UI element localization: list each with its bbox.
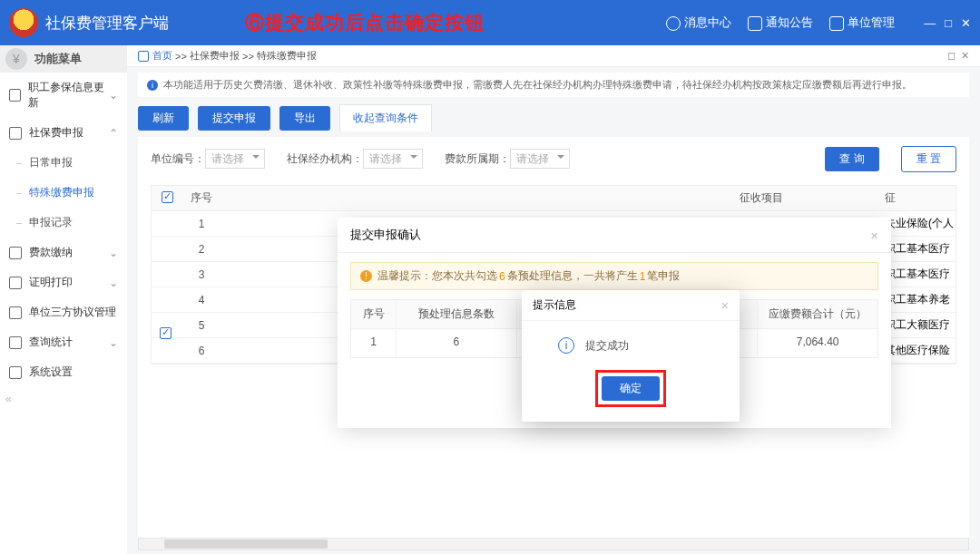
filter-org-label: 社保经办机构： [287, 152, 363, 165]
filter-row: 单位编号：请选择 社保经办机构：请选择 费款所属期：请选择 查 询 重 置 [151, 146, 956, 172]
annotation-highlight: 确定 [595, 370, 666, 407]
caret-icon [252, 155, 260, 162]
row-group-checkbox[interactable] [160, 327, 172, 339]
sidebar-menu: 职工参保信息更新⌄ 社保费申报⌃ 日常申报 特殊缴费申报 申报记录 费款缴纳⌄ … [0, 73, 127, 411]
alert-message: 提交成功 [585, 338, 629, 354]
ccol-idx: 序号 [351, 300, 397, 328]
ccol-count: 预处理信息条数 [397, 300, 517, 328]
chevron-down-icon: ⌄ [109, 336, 118, 349]
period-select[interactable]: 请选择 [510, 149, 570, 169]
refresh-button[interactable]: 刷新 [138, 106, 189, 131]
close-icon[interactable]: ✕ [961, 16, 971, 30]
doc-icon [9, 89, 21, 102]
warning-icon: ! [360, 270, 372, 282]
info-circle-icon: i [558, 337, 574, 354]
sidebar-item-declare[interactable]: 社保费申报⌃ [0, 118, 127, 148]
crumb-a[interactable]: 社保费申报 [190, 49, 240, 63]
sidebar-item-daily[interactable]: 日常申报 [0, 148, 127, 178]
notice-text: 本功能适用于历史欠费清缴、退休补收、政策性补缴等特殊缴费申报，需缴费人先在社保经… [163, 78, 912, 92]
envelope-icon [748, 16, 762, 31]
confirm-title: 提交申报确认 [350, 227, 421, 243]
confirm-warning: ! 温馨提示：您本次共勾选 6 条预处理信息，一共将产生 1 笔申报 [350, 262, 878, 290]
app-title: 社保费管理客户端 [45, 13, 169, 34]
info-notice: i 本功能适用于历史欠费清缴、退休补收、政策性补缴等特殊缴费申报，需缴费人先在社… [138, 73, 969, 97]
gear-icon [9, 366, 22, 379]
alert-close-icon[interactable]: × [721, 298, 729, 313]
sidebar-item-print[interactable]: 证明打印⌄ [0, 267, 127, 297]
collapse-filter-tab[interactable]: 收起查询条件 [339, 104, 432, 131]
confirm-title-bar: 提交申报确认 × [338, 218, 891, 253]
chevron-down-icon: ⌄ [109, 277, 118, 289]
filter-unit-label: 单位编号： [151, 152, 205, 165]
annotation-caption: ⑥提交成功后点击确定按钮 [245, 10, 485, 35]
crumb-b: 特殊缴费申报 [257, 49, 317, 63]
link-unit-mgmt[interactable]: 单位管理 [829, 15, 895, 31]
confirm-close-icon[interactable]: × [870, 228, 878, 243]
col-last: 征 [877, 190, 956, 206]
submit-declare-button[interactable]: 提交申报 [198, 106, 270, 131]
wallet-icon [9, 247, 22, 259]
crumb-home[interactable]: 首页 [152, 49, 172, 63]
unit-select[interactable]: 请选择 [205, 149, 265, 169]
alert-title-bar: 提示信息 × [522, 290, 740, 321]
action-bar: 刷新 提交申报 导出 收起查询条件 [138, 104, 969, 131]
org-select[interactable]: 请选择 [363, 149, 423, 169]
sidebar-title: 功能菜单 [34, 51, 82, 67]
sidebar-item-employee-info[interactable]: 职工参保信息更新⌄ [0, 73, 127, 118]
window-controls: — □ ✕ [924, 16, 971, 30]
sidebar-collapse[interactable]: « [0, 387, 127, 411]
sidebar-item-records[interactable]: 申报记录 [0, 208, 127, 238]
tab-detach-icon[interactable]: ◻ [947, 50, 956, 62]
top-right-links: 消息中心 通知公告 单位管理 — □ ✕ [666, 15, 971, 31]
cell-index: 5 [182, 319, 220, 332]
chart-icon [9, 336, 22, 349]
grid-header: 序号 征收项目 征 [152, 186, 956, 211]
alert-title: 提示信息 [533, 297, 576, 313]
sidebar-item-query[interactable]: 查询统计⌄ [0, 327, 127, 357]
query-button[interactable]: 查 询 [825, 147, 878, 171]
ccol-total: 应缴费额合计（元） [758, 300, 877, 328]
cell-index: 6 [182, 345, 220, 357]
sidebar-header: ¥ 功能菜单 [0, 45, 127, 73]
sidebar-item-tripartite[interactable]: 单位三方协议管理 [0, 297, 127, 327]
reset-button[interactable]: 重 置 [901, 146, 956, 172]
info-icon: i [147, 80, 158, 91]
form-icon [9, 127, 22, 140]
sidebar-item-payment[interactable]: 费款缴纳⌄ [0, 238, 127, 267]
home-icon [138, 51, 149, 62]
chevron-down-icon: ⌄ [109, 247, 118, 259]
horizontal-scrollbar[interactable] [138, 538, 969, 550]
select-all-checkbox[interactable] [162, 191, 173, 203]
sidebar-item-settings[interactable]: 系统设置 [0, 357, 127, 387]
cell-index: 2 [182, 243, 220, 256]
cell-index: 4 [182, 294, 220, 306]
scrollbar-thumb[interactable] [164, 539, 328, 549]
cell-index: 1 [182, 218, 220, 230]
alert-ok-button[interactable]: 确定 [602, 376, 660, 401]
app-emblem-icon [9, 8, 38, 37]
link-msg-center[interactable]: 消息中心 [666, 15, 731, 31]
col-item: 征收项目 [732, 190, 877, 206]
chevron-down-icon: ⌄ [109, 89, 118, 102]
export-button[interactable]: 导出 [279, 106, 330, 131]
alert-modal: 提示信息 × i 提交成功 确定 [522, 290, 740, 422]
caret-icon [557, 155, 564, 162]
sidebar-item-special[interactable]: 特殊缴费申报 [0, 178, 127, 208]
filter-period-label: 费款所属期： [445, 152, 510, 165]
agreement-icon [9, 306, 22, 319]
col-index: 序号 [182, 190, 220, 206]
breadcrumb: 首页 >> 社保费申报 >> 特殊缴费申报 ◻✕ [127, 45, 980, 67]
chevron-up-icon: ⌃ [109, 127, 118, 140]
caret-icon [410, 155, 417, 162]
minimize-icon[interactable]: — [924, 16, 936, 30]
yen-icon: ¥ [5, 48, 27, 70]
main-area: 首页 >> 社保费申报 >> 特殊缴费申报 ◻✕ i 本功能适用于历史欠费清缴、… [127, 45, 980, 554]
printer-icon [9, 277, 22, 289]
tab-close-icon[interactable]: ✕ [961, 50, 969, 62]
cell-index: 3 [182, 268, 220, 281]
top-bar: 社保费管理客户端 ⑥提交成功后点击确定按钮 消息中心 通知公告 单位管理 — □… [0, 0, 980, 45]
building-icon [829, 16, 844, 31]
megaphone-icon [666, 16, 681, 31]
maximize-icon[interactable]: □ [945, 16, 952, 30]
link-notice[interactable]: 通知公告 [748, 15, 813, 31]
